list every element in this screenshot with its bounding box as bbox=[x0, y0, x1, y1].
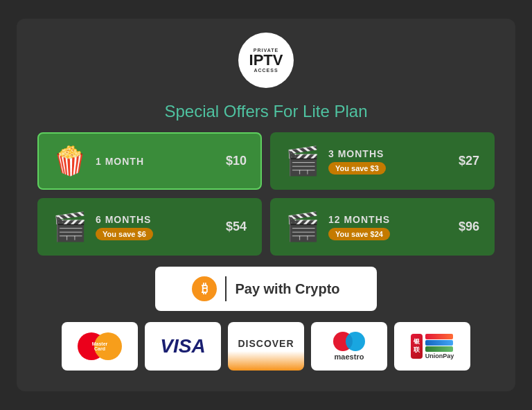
maestro-label: maestro bbox=[335, 353, 364, 361]
logo-brand: IPTV bbox=[249, 53, 283, 68]
plan-12months-price: $96 bbox=[459, 220, 479, 234]
discover-label: DISCOVER bbox=[238, 338, 294, 349]
discover-logo[interactable]: DISCOVER bbox=[228, 322, 304, 371]
maestro-logo[interactable]: maestro bbox=[311, 322, 387, 371]
plan-3months[interactable]: 🎬 3 MONTHS You save $3 $27 bbox=[270, 132, 495, 190]
unionpay-text: UnionPay bbox=[425, 353, 454, 359]
plan-3months-price: $27 bbox=[459, 154, 479, 168]
plan-6months[interactable]: 🎬 6 MONTHS You save $6 $54 bbox=[37, 198, 262, 256]
plan-6months-name: 6 MONTHS bbox=[96, 214, 218, 225]
payment-logos: MasterCard VISA DISCOVER maestro bbox=[62, 322, 470, 371]
mastercard-logo[interactable]: MasterCard bbox=[62, 322, 138, 371]
crypto-divider bbox=[225, 276, 227, 301]
plan-6months-icon: 🎬 bbox=[53, 211, 87, 243]
plan-1month-name: 1 MONTH bbox=[96, 156, 218, 167]
plan-3months-icon: 🎬 bbox=[285, 145, 320, 177]
unionpay-line3 bbox=[425, 346, 453, 352]
maestro-inner: maestro bbox=[333, 332, 365, 361]
discover-inner: DISCOVER bbox=[228, 322, 304, 371]
logo-sublabel: ACCESS bbox=[254, 68, 278, 73]
plan-1month-price: $10 bbox=[226, 154, 247, 168]
unionpay-inner: 银联 UnionPay bbox=[411, 334, 454, 359]
crypto-pay-button[interactable]: ₿ Pay with Crypto bbox=[155, 267, 377, 311]
bitcoin-icon: ₿ bbox=[192, 276, 217, 301]
plan-1month-info: 1 MONTH bbox=[96, 156, 218, 167]
maestro-blue bbox=[346, 332, 365, 351]
plan-6months-price: $54 bbox=[226, 220, 247, 234]
plan-3months-info: 3 MONTHS You save $3 bbox=[328, 148, 450, 175]
logo: PRIVATE IPTV ACCESS bbox=[238, 33, 294, 88]
page-title: Special Offers For Lite Plan bbox=[164, 102, 367, 121]
plan-6months-info: 6 MONTHS You save $6 bbox=[96, 214, 218, 240]
unionpay-logo[interactable]: 银联 UnionPay bbox=[394, 322, 470, 371]
plan-6months-savings: You save $6 bbox=[96, 228, 153, 240]
unionpay-left: 银联 bbox=[411, 334, 423, 358]
unionpay-right: UnionPay bbox=[425, 334, 454, 359]
plan-12months-name: 12 MONTHS bbox=[328, 214, 450, 225]
plan-1month[interactable]: 🍿 1 MONTH $10 bbox=[37, 132, 262, 190]
visa-logo[interactable]: VISA bbox=[145, 322, 221, 371]
visa-label: VISA bbox=[160, 335, 205, 357]
plan-12months-savings: You save $24 bbox=[328, 228, 390, 240]
unionpay-line2 bbox=[425, 340, 453, 346]
mc-label: MasterCard bbox=[92, 341, 108, 351]
plan-3months-savings: You save $3 bbox=[328, 162, 386, 175]
unionpay-line1 bbox=[425, 334, 453, 339]
plan-12months-info: 12 MONTHS You save $24 bbox=[328, 214, 450, 240]
plan-1month-icon: 🍿 bbox=[53, 145, 87, 177]
plans-grid: 🍿 1 MONTH $10 🎬 3 MONTHS You save $3 $27… bbox=[37, 132, 495, 256]
main-container: PRIVATE IPTV ACCESS Special Offers For L… bbox=[17, 19, 515, 391]
plan-12months-icon: 🎬 bbox=[285, 211, 320, 243]
maestro-circles bbox=[333, 332, 365, 351]
plan-12months[interactable]: 🎬 12 MONTHS You save $24 $96 bbox=[270, 198, 495, 256]
plan-3months-name: 3 MONTHS bbox=[328, 148, 450, 159]
crypto-pay-label: Pay with Crypto bbox=[235, 281, 339, 297]
